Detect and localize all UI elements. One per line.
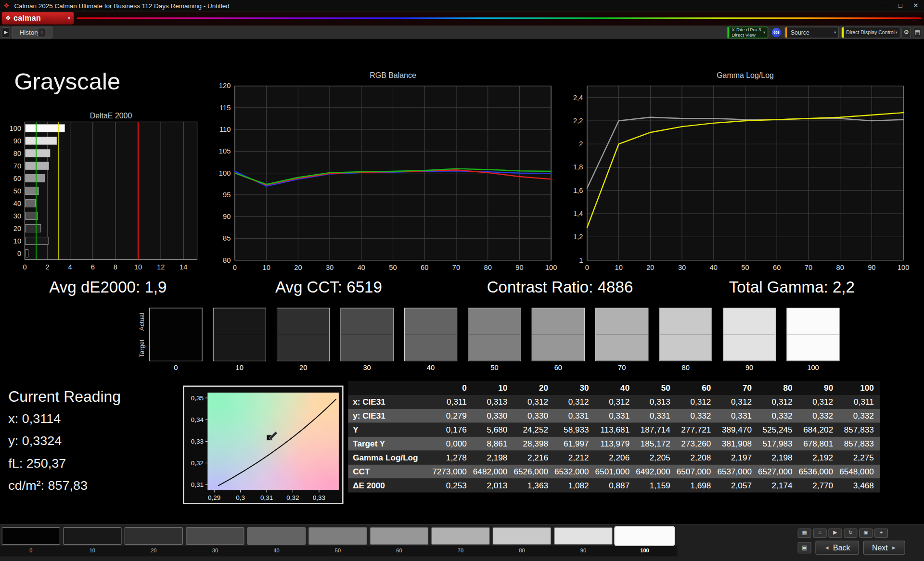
table-cell: 0,331	[635, 409, 676, 423]
svg-text:0: 0	[233, 264, 237, 271]
gamma-loglog-chart: Gamma Log/Log 11,21,41,61,822,22,4010203…	[558, 71, 912, 275]
pattern-check-button[interactable]: ▣	[798, 542, 811, 553]
pattern-level-button-0[interactable]	[2, 527, 60, 545]
table-row: CCT7273,0006482,0006526,0006532,0006501,…	[348, 465, 880, 479]
svg-text:0,33: 0,33	[191, 438, 204, 445]
chevron-down-icon: ▾	[834, 30, 836, 35]
table-column-header: 50	[635, 381, 676, 395]
table-cell: 0,332	[798, 409, 839, 423]
svg-text:6: 6	[91, 263, 95, 271]
actual-patch	[277, 308, 329, 334]
svg-text:80: 80	[13, 150, 21, 157]
target-patch	[150, 334, 202, 360]
target-patch	[341, 334, 393, 360]
table-cell: 5,680	[473, 423, 513, 437]
patch-level-label: 70	[595, 364, 648, 372]
application-window: ❖ Calman 2025 Calman Ultimate for Busine…	[0, 0, 924, 561]
patch-level-label: 20	[277, 364, 330, 372]
calman-logo-menu[interactable]: ❖ calman ▾	[2, 12, 74, 24]
svg-text:60: 60	[421, 264, 428, 271]
pattern-refresh-button[interactable]: ↻	[844, 528, 857, 537]
table-column-header: 80	[757, 381, 798, 395]
table-cell: 6526,000	[513, 465, 554, 479]
svg-text:4: 4	[68, 263, 72, 271]
pattern-home-button[interactable]: ⌂	[813, 528, 826, 537]
patch-level-label: 90	[723, 364, 776, 372]
pattern-level-button-40[interactable]	[247, 527, 306, 545]
actual-patch	[468, 308, 520, 334]
actual-patch	[787, 308, 839, 334]
table-cell: 58,933	[554, 423, 595, 437]
target-patch	[660, 334, 712, 360]
table-cell: 113,979	[595, 437, 636, 451]
table-header-row: 0102030405060708090100	[348, 381, 880, 395]
pattern-level-button-10[interactable]	[63, 527, 121, 545]
table-column-header: 0	[432, 381, 473, 395]
patch-level-label: 0	[149, 364, 202, 372]
display-control-select[interactable]: Direct Display Control ▾	[841, 27, 900, 38]
pattern-bar: 0102030405060708090100 ▦ ⌂ ▶ ↻ ◉ + ▣ ◄ B…	[0, 524, 924, 561]
svg-text:90: 90	[515, 264, 523, 271]
window-grid-icon: ▦	[802, 530, 807, 536]
svg-text:10: 10	[263, 264, 270, 271]
results-table: 0102030405060708090100x: CIE310,3110,313…	[348, 381, 880, 493]
svg-text:1: 1	[579, 256, 583, 264]
meter-select-label: X-Rite i1Pro 3 Direct View	[729, 27, 761, 38]
close-button[interactable]: ✕	[910, 1, 922, 10]
table-row: Gamma Log/Log1,2782,1982,2162,2122,2062,…	[348, 451, 880, 465]
svg-text:0,35: 0,35	[191, 395, 204, 402]
pattern-level-button-60[interactable]	[370, 527, 428, 545]
back-button[interactable]: ◄ Back	[815, 541, 859, 555]
table-cell: 0,332	[757, 409, 798, 423]
table-cell: 273,260	[676, 437, 717, 451]
table-cell: 6548,000	[839, 465, 880, 479]
panel-toggle-button[interactable]: ▤	[913, 27, 923, 38]
pattern-level-label: 20	[125, 548, 183, 553]
next-icon: ►	[891, 545, 897, 550]
pattern-level-button-30[interactable]	[186, 527, 244, 545]
pattern-level-button-20[interactable]	[125, 527, 183, 545]
table-row: x: CIE310,3110,3130,3120,3120,3120,3130,…	[348, 395, 880, 409]
pattern-level-button-50[interactable]	[308, 527, 367, 545]
svg-text:70: 70	[13, 162, 21, 170]
pattern-play-button[interactable]: ▶	[828, 528, 842, 537]
svg-text:50: 50	[13, 187, 21, 195]
pattern-level-label: 100	[616, 548, 674, 553]
pattern-level-button-90[interactable]	[554, 527, 612, 545]
page-title: Grayscale	[14, 68, 120, 94]
grayscale-patch-0	[149, 308, 202, 361]
table-cell: 1,363	[513, 479, 554, 493]
settings-button[interactable]: ⚙	[901, 27, 911, 38]
deltae-bar-20	[26, 225, 41, 232]
pattern-level-button-100[interactable]	[616, 527, 674, 545]
next-button[interactable]: Next ►	[863, 541, 906, 555]
pattern-level-button-80[interactable]	[493, 527, 551, 545]
pattern-level-button-70[interactable]	[431, 527, 489, 545]
history-nav-button[interactable]: ▶	[2, 27, 10, 38]
grayscale-patch-80	[659, 308, 712, 361]
deltae-chart-svg: 100908070605040302010002468101214	[0, 120, 204, 277]
svg-text:20: 20	[13, 225, 21, 232]
svg-text:115: 115	[219, 104, 231, 112]
svg-text:2: 2	[46, 263, 50, 271]
table-cell: 3,468	[839, 479, 880, 493]
table-row: Target Y0,0008,86128,39861,997113,979185…	[348, 437, 880, 451]
grayscale-patch-50	[468, 308, 521, 361]
maximize-button[interactable]: □	[895, 1, 907, 10]
meter-select[interactable]: X-Rite i1Pro 3 Direct View ▾	[727, 27, 768, 38]
table-cell: 0,887	[595, 479, 636, 493]
svg-text:1,8: 1,8	[573, 164, 583, 171]
pattern-window-button[interactable]: ▦	[798, 528, 811, 537]
tab-history-1[interactable]: History 1	[12, 27, 53, 38]
minimize-button[interactable]: –	[879, 1, 891, 10]
pattern-target-button[interactable]: ◉	[859, 528, 873, 537]
table-cell: 2,057	[717, 479, 758, 493]
add-tab-button[interactable]: +	[38, 28, 46, 37]
table-cell: 2,013	[473, 479, 513, 493]
source-select[interactable]: Source ▾	[785, 27, 839, 38]
contrast-ratio-stat: Contrast Ratio: 4886	[472, 279, 649, 296]
table-cell: 0,313	[635, 395, 676, 409]
svg-text:12: 12	[157, 263, 165, 271]
pattern-add-button[interactable]: +	[874, 528, 888, 537]
pattern-level-label: 80	[493, 548, 551, 553]
